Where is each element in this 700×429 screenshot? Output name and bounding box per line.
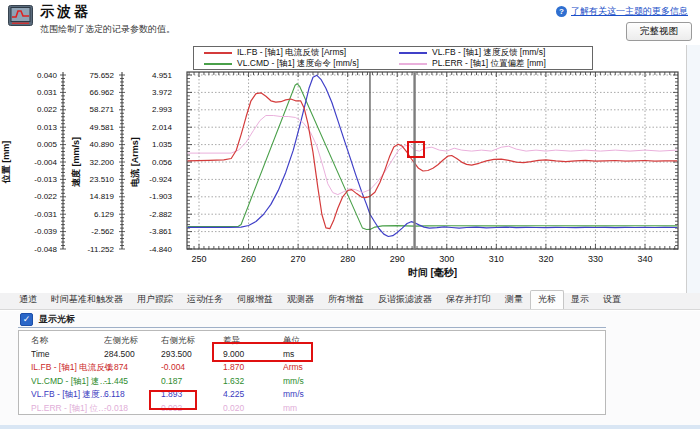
tab-item[interactable]: 伺服增益: [230, 291, 280, 309]
svg-text:位置 [mm]: 位置 [mm]: [1, 141, 11, 185]
svg-text:32.200: 32.200: [90, 158, 115, 167]
svg-text:-4.840: -4.840: [149, 245, 172, 254]
cursor-table: 名称 左侧光标 右侧光标 差异 单位 Time 284.500 293.500 …: [18, 330, 606, 415]
tab-item[interactable]: 运动任务: [180, 291, 230, 309]
bottom-tab-bar: 通道时间基准和触发器用户跟踪运动任务伺服增益观测器所有增益反谐振滤波器保存并打印…: [0, 293, 700, 310]
series-il-fb: [187, 93, 677, 229]
svg-text:280: 280: [340, 254, 355, 264]
svg-text:-2.882: -2.882: [149, 210, 172, 219]
legend-line-swatch: [399, 63, 427, 65]
svg-text:0.013: 0.013: [37, 123, 58, 132]
svg-text:1.035: 1.035: [152, 140, 173, 149]
svg-text:23.510: 23.510: [90, 175, 115, 184]
svg-text:0.005: 0.005: [37, 140, 58, 149]
legend-line-swatch: [204, 52, 232, 54]
series-vl-fb: [187, 75, 677, 236]
full-view-button[interactable]: 完整视图: [626, 22, 692, 41]
svg-text:4.951: 4.951: [152, 71, 173, 80]
legend-line-swatch: [399, 52, 427, 54]
legend-label: VL.CMD - [轴1] 速度命令 [mm/s]: [237, 58, 359, 70]
svg-text:66.962: 66.962: [90, 88, 115, 97]
chart-legend: IL.FB - [轴1] 电流反馈 [Arms] VL.FB - [轴1] 速度…: [193, 46, 593, 70]
svg-text:2.014: 2.014: [152, 123, 173, 132]
svg-text:330: 330: [588, 254, 603, 264]
tab-item[interactable]: 测量: [498, 291, 530, 309]
svg-text:0.056: 0.056: [152, 158, 173, 167]
tab-item[interactable]: 通道: [12, 291, 44, 309]
svg-text:0.022: 0.022: [37, 105, 58, 114]
pane-splitter[interactable]: [686, 45, 687, 293]
svg-text:290: 290: [390, 254, 405, 264]
svg-text:-0.039: -0.039: [34, 227, 57, 236]
svg-text:电流 [Arms]: 电流 [Arms]: [130, 137, 140, 187]
svg-text:75.652: 75.652: [90, 71, 115, 80]
cursor-panel: ✓ 显示光标 名称 左侧光标 右侧光标 差异 单位 Time 284.500 2…: [0, 311, 700, 425]
tab-item[interactable]: 时间基准和触发器: [44, 291, 130, 309]
tab-item[interactable]: 反谐振滤波器: [371, 291, 439, 309]
side-gutter: [687, 45, 700, 293]
svg-text:40.890: 40.890: [90, 140, 115, 149]
svg-text:3.972: 3.972: [152, 88, 173, 97]
chart-area[interactable]: 0.0400.0310.0220.0130.005-0.004-0.013-0.…: [0, 45, 700, 293]
svg-text:-0.022: -0.022: [34, 192, 57, 201]
table-header-row: 名称 左侧光标 右侧光标 差异 单位: [19, 335, 605, 348]
svg-text:-0.048: -0.048: [34, 245, 57, 254]
svg-text:-0.013: -0.013: [34, 175, 57, 184]
svg-text:0.031: 0.031: [37, 88, 58, 97]
divider: [18, 327, 606, 328]
help-row: ? 了解有关这一主题的更多信息: [556, 5, 688, 18]
svg-text:250: 250: [191, 254, 206, 264]
tab-item[interactable]: 显示: [564, 291, 596, 309]
page-subtitle: 范围绘制了选定的记录参数的值。: [40, 23, 175, 36]
show-cursor-checkbox[interactable]: ✓: [20, 313, 33, 326]
svg-text:-1.903: -1.903: [149, 192, 172, 201]
oscilloscope-app-icon: [8, 5, 35, 28]
series-vl-cmd: [187, 84, 677, 230]
legend-label: PL.ERR - [轴1] 位置偏差 [mm]: [432, 58, 546, 70]
help-icon[interactable]: ?: [556, 6, 567, 17]
show-cursor-label: 显示光标: [39, 313, 75, 326]
help-link[interactable]: 了解有关这一主题的更多信息: [571, 5, 688, 18]
oscilloscope-plot[interactable]: 0.0400.0310.0220.0130.005-0.004-0.013-0.…: [0, 45, 700, 293]
svg-text:2.993: 2.993: [152, 105, 173, 114]
svg-text:260: 260: [241, 254, 256, 264]
svg-text:300: 300: [439, 254, 454, 264]
svg-text:-0.031: -0.031: [34, 210, 57, 219]
svg-text:速度 [mm/s]: 速度 [mm/s]: [71, 137, 81, 187]
oscilloscope-window: 示波器 范围绘制了选定的记录参数的值。 ? 了解有关这一主题的更多信息 完整视图…: [0, 0, 700, 429]
svg-text:14.819: 14.819: [90, 192, 115, 201]
show-cursor-row: ✓ 显示光标: [20, 313, 75, 326]
tab-item[interactable]: 设置: [596, 291, 628, 309]
tab-item[interactable]: 用户跟踪: [130, 291, 180, 309]
table-row[interactable]: VL.FB - [轴1] 速度反馈 6.118 1.893 4.225 mm/s: [19, 389, 605, 402]
svg-text:320: 320: [538, 254, 553, 264]
svg-text:0.040: 0.040: [37, 71, 58, 80]
svg-text:-11.252: -11.252: [87, 245, 114, 254]
svg-text:-0.004: -0.004: [34, 158, 57, 167]
table-row[interactable]: IL.FB - [轴1] 电流反馈 -1.874 -0.004 1.870 Ar…: [19, 362, 605, 375]
svg-text:310: 310: [489, 254, 504, 264]
window-edge: [0, 425, 700, 429]
svg-text:-0.924: -0.924: [149, 175, 172, 184]
tab-item[interactable]: 保存并打印: [439, 291, 498, 309]
page-title: 示波器: [40, 3, 91, 21]
tab-item[interactable]: 观测器: [280, 291, 321, 309]
tab-item[interactable]: 所有增益: [321, 291, 371, 309]
tab-item-active[interactable]: 光标: [530, 290, 564, 309]
svg-text:58.271: 58.271: [90, 105, 115, 114]
legend-line-swatch: [204, 63, 232, 65]
legend-item: VL.CMD - [轴1] 速度命令 [mm/s]: [198, 58, 393, 70]
svg-text:时间 [毫秒]: 时间 [毫秒]: [408, 267, 457, 278]
svg-text:-2.562: -2.562: [91, 227, 114, 236]
svg-text:6.129: 6.129: [94, 210, 115, 219]
legend-item: PL.ERR - [轴1] 位置偏差 [mm]: [393, 58, 588, 70]
svg-text:-3.861: -3.861: [149, 227, 172, 236]
svg-text:340: 340: [637, 254, 652, 264]
table-row[interactable]: VL.CMD - [轴1] 速度命... -1.445 0.187 1.632 …: [19, 376, 605, 389]
table-row[interactable]: PL.ERR - [轴1] 位置偏... -0.018 0.002 0.020 …: [19, 403, 605, 416]
table-row[interactable]: Time 284.500 293.500 9.000 ms: [19, 349, 605, 362]
svg-text:270: 270: [291, 254, 306, 264]
svg-text:49.581: 49.581: [90, 123, 115, 132]
